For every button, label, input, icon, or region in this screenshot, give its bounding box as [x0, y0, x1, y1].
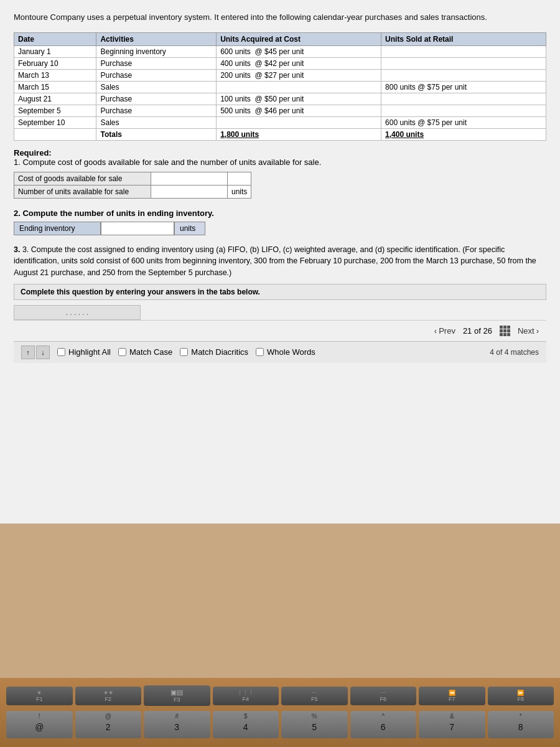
matches-info: 4 of 4 matches — [490, 348, 539, 357]
table-row: January 1 Beginning inventory 600 units … — [14, 45, 546, 57]
f7-label: F7 — [449, 696, 455, 702]
table-row: February 10 Purchase 400 units @ $42 per… — [14, 57, 546, 69]
cost-label: Cost of goods available for sale — [14, 172, 151, 185]
section3-text: 3. 3. Compute the cost assigned to endin… — [14, 244, 546, 279]
inventory-table: Date Activities Units Acquired at Cost U… — [14, 32, 546, 141]
key-caret[interactable]: ^ 6 — [350, 711, 417, 738]
complete-note: Complete this question by entering your … — [14, 284, 546, 300]
table-row: March 13 Purchase 200 units @ $27 per un… — [14, 69, 546, 81]
f5-key[interactable]: ⋅⋅⋅ F5 — [281, 687, 348, 705]
units-input-cell[interactable] — [151, 185, 228, 198]
highlight-all-checkbox[interactable] — [57, 348, 65, 356]
units-label: Number of units available for sale — [14, 185, 151, 198]
match-case-group: Match Case — [118, 347, 172, 357]
key-percent[interactable]: % 5 — [281, 711, 348, 738]
next-match-button[interactable]: ↓ — [36, 345, 50, 359]
section2-title: 2. Compute the number of units in ending… — [14, 209, 546, 218]
ending-inv-label: Ending inventory — [14, 222, 101, 235]
empty-area — [0, 524, 560, 678]
screen: Montoure Company uses a perpetual invent… — [0, 0, 560, 747]
page-current: 21 — [463, 326, 472, 336]
f1-label: F1 — [36, 696, 43, 702]
key-ampersand[interactable]: & 7 — [419, 711, 485, 738]
highlight-all-group: Highlight All — [57, 347, 111, 357]
col-header-activities: Activities — [96, 32, 217, 45]
whole-words-label: Whole Words — [267, 347, 315, 357]
table-row: March 15 Sales 800 units @ $75 per unit — [14, 81, 546, 93]
ending-inventory-row: Ending inventory units — [14, 222, 546, 235]
match-case-label: Match Case — [129, 347, 172, 357]
form-row: Cost of goods available for sale — [14, 172, 251, 185]
prev-match-button[interactable]: ↑ — [21, 345, 35, 359]
table-row-totals: Totals 1,800 units 1,400 units — [14, 128, 546, 140]
mission-control-key[interactable]: ▣▤ F3 — [144, 685, 210, 706]
f4-label: F4 — [242, 696, 249, 702]
f2-label: F2 — [105, 696, 111, 702]
whole-words-checkbox[interactable] — [256, 348, 264, 356]
col-header-retail: Units Sold at Retail — [381, 32, 546, 45]
brightness-down-key[interactable]: ☀ F1 — [6, 687, 73, 705]
tab-placeholder: . . . . . . — [14, 305, 141, 320]
f6-key[interactable]: ⋅⋅⋅ F6 — [350, 687, 417, 705]
form-row: Number of units available for sale units — [14, 185, 251, 198]
match-diacritics-group: Match Diacritics — [180, 347, 248, 357]
chevron-right-icon: › — [536, 326, 539, 336]
ending-inv-input[interactable] — [106, 224, 169, 233]
page-info: 21 of 26 — [463, 326, 492, 336]
match-diacritics-checkbox[interactable] — [180, 348, 188, 356]
arrow-buttons: ↑ ↓ — [21, 345, 50, 359]
next-label: Next — [518, 326, 534, 336]
page-total: 26 — [483, 326, 492, 336]
units-suffix: units — [228, 185, 251, 198]
cost-input[interactable] — [155, 174, 223, 183]
next-button[interactable]: Next › — [518, 326, 539, 336]
col-header-date: Date — [14, 32, 96, 45]
fn-row: ☀ F1 ☀☀ F2 ▣▤ F3 ⋮⋮⋮ F4 ⋅⋅⋅ F5 ⋅⋅⋅ F6 — [6, 685, 554, 706]
whole-words-group: Whole Words — [256, 347, 315, 357]
tabs-area: . . . . . . — [14, 305, 546, 320]
rewind-key[interactable]: ⏪ F7 — [419, 687, 485, 705]
section1-form-table: Cost of goods available for sale Number … — [14, 172, 251, 199]
match-diacritics-label: Match Diacritics — [191, 347, 248, 357]
chevron-left-icon: ‹ — [434, 326, 437, 336]
intro-text: Montoure Company uses a perpetual invent… — [14, 11, 546, 24]
ending-inv-input-container[interactable] — [101, 222, 174, 235]
table-row: August 21 Purchase 100 units @ $50 per u… — [14, 93, 546, 105]
f5-label: F5 — [311, 696, 318, 702]
required-section: Required: 1. Compute cost of goods avail… — [14, 148, 546, 167]
number-row: ! @ @ 2 # 3 $ 4 % 5 ^ 6 — [6, 711, 554, 738]
highlight-all-label: Highlight All — [68, 347, 111, 357]
required-title: Required: — [14, 148, 52, 157]
col-header-units: Units Acquired at Cost — [217, 32, 381, 45]
table-row: September 10 Sales 600 units @ $75 per u… — [14, 116, 546, 128]
find-bar: ↑ ↓ Highlight All Match Case Match Diacr… — [14, 341, 546, 363]
ending-inv-units: units — [174, 222, 205, 235]
key-exclaim[interactable]: ! @ — [6, 711, 73, 738]
units-input[interactable] — [155, 187, 223, 196]
key-at[interactable]: @ 2 — [75, 711, 142, 738]
content-area: Montoure Company uses a perpetual invent… — [0, 0, 560, 524]
prev-label: Prev — [439, 326, 455, 336]
pagination-bar: ‹ Prev 21 of 26 Next › — [14, 320, 546, 341]
brightness-up-key[interactable]: ☀☀ F2 — [75, 687, 142, 705]
key-asterisk[interactable]: * 8 — [488, 711, 554, 738]
f3-label: F3 — [174, 697, 180, 703]
launchpad-key[interactable]: ⋮⋮⋮ F4 — [213, 687, 279, 705]
f8-label: F8 — [517, 696, 524, 702]
grid-icon — [500, 326, 510, 336]
section1-label: 1. Compute cost of goods available for s… — [14, 157, 321, 167]
match-case-checkbox[interactable] — [118, 348, 126, 356]
keyboard: ☀ F1 ☀☀ F2 ▣▤ F3 ⋮⋮⋮ F4 ⋅⋅⋅ F5 ⋅⋅⋅ F6 — [0, 678, 560, 747]
fastforward-key[interactable]: ⏩ F8 — [488, 687, 554, 705]
table-row: September 5 Purchase 500 units @ $46 per… — [14, 105, 546, 116]
f6-label: F6 — [380, 696, 386, 702]
key-dollar[interactable]: $ 4 — [213, 711, 279, 738]
cost-input-cell[interactable] — [151, 172, 228, 185]
prev-button[interactable]: ‹ Prev — [434, 326, 455, 336]
key-hash[interactable]: # 3 — [144, 711, 210, 738]
